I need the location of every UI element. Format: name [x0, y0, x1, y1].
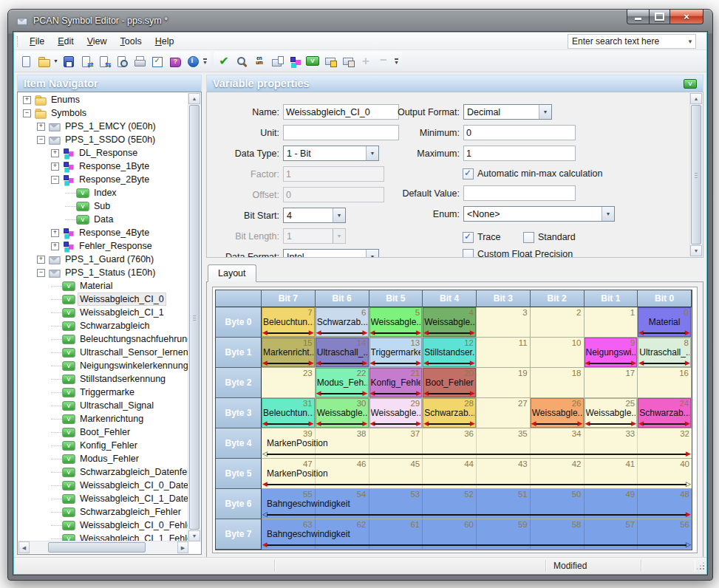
enum-select[interactable]: <None> ▼: [463, 206, 615, 222]
grid-empty-cell[interactable]: 18: [531, 368, 585, 398]
grid-variable-span[interactable]: 6362616059585756Bahngeschwindigkeit◀▷: [262, 519, 692, 550]
properties-vertical-scrollbar[interactable]: ▲ ▼: [689, 93, 702, 256]
grid-variable-cell[interactable]: 13Triggermarke◀▶: [369, 338, 423, 368]
tree-item[interactable]: +Response_4Byte: [18, 226, 188, 239]
tab-layout[interactable]: Layout: [208, 264, 256, 282]
tree-item[interactable]: VUltraschall_Sensor_lernen: [18, 346, 188, 359]
grid-variable-cell[interactable]: 24Schwarzab...◀▶: [638, 398, 692, 428]
tree-item[interactable]: VSchwarzabgleich_Datenfehler: [18, 465, 188, 479]
grid-variable-cell[interactable]: 4Weissabgle...◀▶: [423, 307, 477, 338]
tree-item[interactable]: −PPS_1_Status (1E0h): [18, 266, 188, 279]
toolbar-overflow-button[interactable]: ▼: [201, 52, 209, 69]
tree-item[interactable]: +PPS_1_EMCY (0E0h): [18, 120, 188, 133]
menu-edit[interactable]: Edit: [51, 34, 81, 49]
export-symbols-button[interactable]: [95, 52, 112, 69]
menu-tools[interactable]: Tools: [114, 34, 149, 49]
tree-item[interactable]: +Response_1Byte: [18, 160, 188, 173]
tree-item[interactable]: VBoot_Fehler: [18, 425, 188, 439]
save-button[interactable]: [59, 52, 77, 69]
resize-grip[interactable]: [695, 560, 706, 572]
tree-item[interactable]: VUltraschall_Signal: [18, 399, 188, 412]
grid-empty-cell[interactable]: 19: [477, 368, 531, 398]
chevron-down-icon[interactable]: ▼: [366, 250, 378, 258]
tree-item[interactable]: VWeissabgleich_CI_0_Datenfehler: [18, 479, 188, 492]
tree-item[interactable]: −Response_2Byte: [18, 173, 188, 186]
grid-variable-cell[interactable]: 7Beleuchtun...◀▶: [262, 307, 316, 338]
tree-item[interactable]: VNeigungswinkelerkennung: [18, 359, 188, 372]
toolbar-overflow-button[interactable]: ▼: [392, 52, 401, 69]
grid-variable-cell[interactable]: 8Ultraschall_...◀▶: [638, 338, 692, 368]
grid-variable-cell[interactable]: 30Weissabgle...◀▶: [316, 398, 369, 428]
maximize-button[interactable]: [650, 10, 669, 24]
data-type-select[interactable]: 1 - Bit ▼: [283, 146, 379, 161]
tree-item[interactable]: VTriggermarke: [18, 386, 188, 399]
tree-item[interactable]: VWeissabgleich_CI_0_Fehler: [18, 519, 188, 532]
standard-checkbox[interactable]: [523, 232, 534, 243]
tree-expander-minus-icon[interactable]: −: [51, 176, 59, 184]
scroll-down-icon[interactable]: ▼: [690, 245, 702, 256]
tree-item[interactable]: VMarkenrichtung: [18, 412, 188, 425]
tree-item[interactable]: VWeissabgleich_CI_1_Datenfehler: [18, 492, 188, 505]
menu-view[interactable]: View: [81, 34, 114, 49]
grid-variable-cell[interactable]: 25Weissabgle...◀▶: [585, 398, 638, 428]
paste-symbol-button[interactable]: [339, 52, 357, 69]
grid-variable-cell[interactable]: 21Konfig_Fehler◀▶: [369, 368, 423, 398]
grid-variable-cell[interactable]: 14Ultraschall_...◀▶: [316, 338, 369, 368]
new-file-button[interactable]: [17, 52, 35, 69]
tree-vscroll-thumb[interactable]: [189, 105, 200, 530]
scroll-right-icon[interactable]: ▶: [177, 541, 188, 553]
chevron-down-icon[interactable]: ▼: [539, 105, 551, 119]
grid-variable-cell[interactable]: 15Markenricht...◀▶: [262, 338, 316, 368]
chevron-down-icon[interactable]: ▼: [333, 208, 345, 222]
custom-float-precision-checkbox[interactable]: [463, 249, 474, 259]
grid-variable-cell[interactable]: 20Boot_Fehler◀▶: [423, 368, 477, 398]
tree-item[interactable]: VModus_Fehler: [18, 452, 188, 465]
grid-empty-cell[interactable]: 16: [638, 368, 692, 398]
grid-variable-cell[interactable]: 12Stillstandser...◀▶: [423, 338, 477, 368]
tree-item[interactable]: VSub: [18, 199, 188, 213]
tree-expander-plus-icon[interactable]: +: [51, 149, 59, 157]
tree-item[interactable]: +DL_Response: [18, 146, 188, 160]
tree-item[interactable]: +Enums: [18, 93, 188, 106]
grid-empty-cell[interactable]: 27: [477, 398, 531, 428]
open-file-button[interactable]: [35, 52, 52, 69]
tree-horizontal-scrollbar[interactable]: ◀ ▶: [18, 541, 188, 553]
grid-variable-span[interactable]: 5554535251504948Bahngeschwindigkeit◁▶: [262, 489, 692, 519]
tree-hscroll-thumb[interactable]: [48, 542, 146, 553]
tree-item[interactable]: VSchwarzabgleich_Fehler: [18, 505, 188, 519]
tree-item[interactable]: +PPS_1_Guard (760h): [18, 253, 188, 266]
tree-item[interactable]: −Symbols: [18, 106, 188, 120]
grid-empty-cell[interactable]: 11: [477, 338, 531, 368]
scroll-up-icon[interactable]: ▲: [188, 93, 200, 104]
menu-file[interactable]: File: [23, 34, 51, 49]
chevron-down-icon[interactable]: ▼: [602, 207, 614, 221]
menu-help[interactable]: Help: [149, 34, 181, 49]
options-button[interactable]: [148, 52, 166, 69]
grid-variable-span[interactable]: 4746454443424140MarkenPosition◀▷: [262, 459, 692, 489]
chevron-down-icon[interactable]: ▼: [52, 58, 59, 64]
search-combo[interactable]: Enter search text here ▼: [568, 34, 696, 49]
tree-vertical-scrollbar[interactable]: ▲ ▼: [188, 93, 200, 541]
maximum-input[interactable]: [463, 146, 576, 161]
tree-expander-plus-icon[interactable]: +: [51, 242, 59, 250]
chevron-down-icon[interactable]: ▼: [685, 38, 695, 45]
tree-item[interactable]: VStillstandserkennung: [18, 372, 188, 386]
grid-variable-cell[interactable]: 5Weissabgle...◀▶: [369, 307, 423, 338]
close-button[interactable]: ×: [669, 10, 703, 24]
tree-expander-minus-icon[interactable]: −: [37, 269, 45, 277]
grid-variable-cell[interactable]: 31Beleuchtun...◀▶: [262, 398, 316, 428]
grid-variable-span[interactable]: 3938373635343332MarkenPosition◁▶: [262, 428, 692, 459]
grid-variable-cell[interactable]: 29Weissabgle...◀▶: [369, 398, 423, 428]
bit-start-select[interactable]: 4 ▼: [283, 208, 346, 223]
about-button[interactable]: [183, 52, 201, 69]
tree-expander-plus-icon[interactable]: +: [37, 256, 45, 264]
trace-checkbox[interactable]: [463, 232, 474, 243]
tree-item[interactable]: VSchwarzabgleich: [18, 319, 188, 332]
tree-item[interactable]: VWeissabgleich_CI_1: [18, 306, 188, 319]
titlebar[interactable]: PCAN Symbol Editor - pps.sym * ×: [8, 10, 712, 32]
scroll-up-icon[interactable]: ▲: [690, 93, 702, 104]
minimum-input[interactable]: [463, 125, 576, 140]
tree-expander-plus-icon[interactable]: +: [37, 123, 45, 131]
default-value-input[interactable]: [463, 185, 576, 201]
find-button[interactable]: [233, 52, 251, 69]
